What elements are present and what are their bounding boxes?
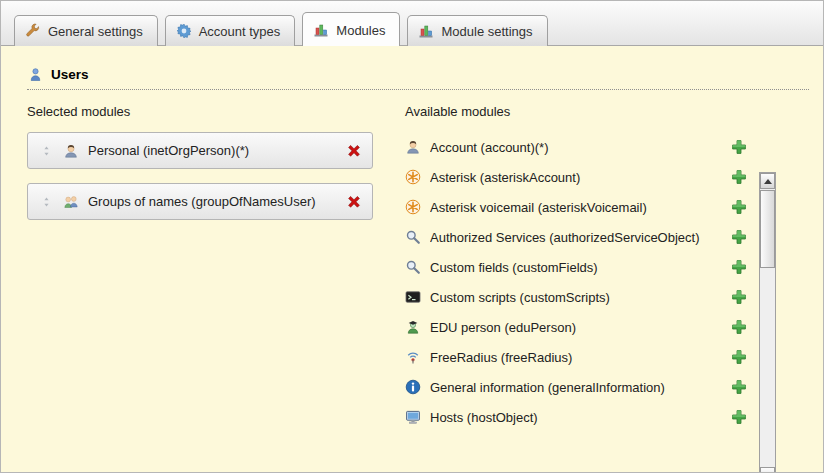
modules-icon bbox=[418, 23, 434, 39]
available-module-row: Custom fields (customFields) bbox=[405, 252, 747, 282]
module-label: General information (generalInformation) bbox=[430, 380, 722, 395]
magnifier-icon bbox=[405, 229, 421, 245]
module-label: Personal (inetOrgPerson)(*) bbox=[88, 143, 337, 158]
add-icon[interactable] bbox=[731, 139, 747, 155]
sort-icon[interactable] bbox=[38, 194, 54, 210]
available-module-row: Custom scripts (customScripts) bbox=[405, 282, 747, 312]
tab-label: General settings bbox=[48, 24, 143, 39]
add-icon[interactable] bbox=[731, 169, 747, 185]
scrollbar-up-button[interactable] bbox=[760, 173, 775, 189]
users-icon bbox=[27, 66, 43, 82]
lam-configuration-window: General settings Account types Modules M… bbox=[0, 0, 824, 473]
available-module-row: Asterisk voicemail (asteriskVoicemail) bbox=[405, 192, 747, 222]
available-modules-column: Available modules Account (account)(*) A… bbox=[387, 104, 809, 432]
add-icon[interactable] bbox=[731, 349, 747, 365]
module-label: Hosts (hostObject) bbox=[430, 410, 722, 425]
module-label: Account (account)(*) bbox=[430, 140, 722, 155]
add-icon[interactable] bbox=[731, 199, 747, 215]
asterisk-icon bbox=[405, 169, 421, 185]
tab-module-settings[interactable]: Module settings bbox=[407, 15, 547, 46]
tab-modules[interactable]: Modules bbox=[302, 12, 400, 46]
modules-columns: Selected modules Personal (inetOrgPerson… bbox=[27, 104, 809, 432]
person-icon bbox=[63, 143, 79, 159]
module-label: FreeRadius (freeRadius) bbox=[430, 350, 722, 365]
tab-label: Account types bbox=[199, 24, 281, 39]
add-icon[interactable] bbox=[731, 289, 747, 305]
available-module-row: Hosts (hostObject) bbox=[405, 402, 747, 432]
module-label: EDU person (eduPerson) bbox=[430, 320, 722, 335]
module-label: Custom fields (customFields) bbox=[430, 260, 722, 275]
delete-icon[interactable] bbox=[346, 143, 362, 159]
scrollbar-down-button[interactable] bbox=[760, 467, 775, 473]
delete-icon[interactable] bbox=[346, 194, 362, 210]
tab-account-types[interactable]: Account types bbox=[165, 15, 296, 46]
module-label: Asterisk voicemail (asteriskVoicemail) bbox=[430, 200, 722, 215]
selected-modules-list: Personal (inetOrgPerson)(*) Groups of na… bbox=[27, 132, 387, 220]
person-icon bbox=[405, 139, 421, 155]
magnifier-icon bbox=[405, 259, 421, 275]
selected-modules-heading: Selected modules bbox=[27, 104, 387, 119]
asterisk-icon bbox=[405, 199, 421, 215]
group-icon bbox=[63, 194, 79, 210]
arrow-up-icon bbox=[764, 179, 772, 184]
available-module-row: Asterisk (asteriskAccount) bbox=[405, 162, 747, 192]
module-label: Custom scripts (customScripts) bbox=[430, 290, 722, 305]
tab-general-settings[interactable]: General settings bbox=[14, 15, 158, 46]
edu-icon bbox=[405, 319, 421, 335]
add-icon[interactable] bbox=[731, 379, 747, 395]
host-icon bbox=[405, 409, 421, 425]
tab-bar: General settings Account types Modules M… bbox=[1, 1, 823, 46]
wrench-icon bbox=[25, 23, 41, 39]
radius-icon bbox=[405, 349, 421, 365]
add-icon[interactable] bbox=[731, 229, 747, 245]
content-area: Users Selected modules Personal (inetOrg… bbox=[1, 66, 823, 473]
tab-label: Modules bbox=[336, 23, 385, 38]
available-modules-heading: Available modules bbox=[405, 104, 747, 119]
available-module-row: EDU person (eduPerson) bbox=[405, 312, 747, 342]
section-title: Users bbox=[51, 67, 89, 82]
available-modules-list: Account (account)(*) Asterisk (asteriskA… bbox=[405, 132, 747, 432]
tab-label: Module settings bbox=[441, 24, 532, 39]
add-icon[interactable] bbox=[731, 319, 747, 335]
info-icon bbox=[405, 379, 421, 395]
available-module-row: General information (generalInformation) bbox=[405, 372, 747, 402]
scrollbar-thumb[interactable] bbox=[760, 190, 775, 268]
module-label: Asterisk (asteriskAccount) bbox=[430, 170, 722, 185]
module-label: Groups of names (groupOfNamesUser) bbox=[88, 194, 337, 209]
available-module-row: Account (account)(*) bbox=[405, 132, 747, 162]
module-label: Authorized Services (authorizedServiceOb… bbox=[430, 230, 722, 245]
terminal-icon bbox=[405, 289, 421, 305]
add-icon[interactable] bbox=[731, 259, 747, 275]
modules-icon bbox=[313, 22, 329, 38]
selected-module-row: Groups of names (groupOfNamesUser) bbox=[27, 183, 373, 220]
add-icon[interactable] bbox=[731, 409, 747, 425]
users-section-header: Users bbox=[27, 66, 809, 90]
selected-module-row: Personal (inetOrgPerson)(*) bbox=[27, 132, 373, 169]
sort-icon[interactable] bbox=[38, 143, 54, 159]
available-module-row: Authorized Services (authorizedServiceOb… bbox=[405, 222, 747, 252]
available-modules-scrollbar[interactable] bbox=[759, 172, 776, 473]
gear-icon bbox=[176, 23, 192, 39]
available-module-row: FreeRadius (freeRadius) bbox=[405, 342, 747, 372]
selected-modules-column: Selected modules Personal (inetOrgPerson… bbox=[27, 104, 387, 432]
